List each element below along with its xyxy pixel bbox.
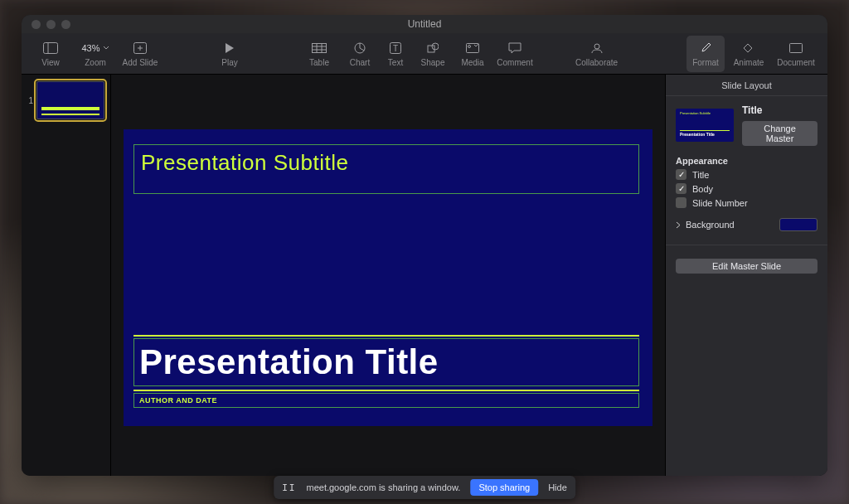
brush-icon — [700, 41, 711, 56]
svg-point-11 — [594, 44, 599, 49]
svg-point-10 — [468, 45, 471, 47]
title-text: Presentation Title — [139, 342, 439, 382]
chart-button[interactable]: Chart — [343, 36, 376, 72]
checkbox-icon — [676, 197, 686, 208]
slide[interactable]: Presentation Subtitle Presentation Title… — [124, 129, 653, 426]
screen-share-bar: II meet.google.com is sharing a window. … — [274, 476, 575, 499]
master-name: Title — [742, 104, 817, 116]
background-row[interactable]: Background — [676, 218, 817, 231]
svg-rect-3 — [313, 43, 327, 52]
background-color-swatch[interactable] — [779, 218, 817, 231]
slide-navigator: 1 — [22, 75, 111, 476]
divider-line — [133, 335, 639, 337]
format-inspector: Slide Layout Presentation Subtitle Prese… — [665, 75, 827, 476]
title-text-box[interactable]: Presentation Title — [133, 338, 639, 386]
divider-line — [133, 390, 639, 391]
pause-icon[interactable]: II — [282, 482, 296, 493]
shape-button[interactable]: Shape — [415, 36, 451, 72]
play-button[interactable]: Play — [209, 36, 250, 72]
text-icon: T — [390, 41, 401, 56]
share-message: meet.google.com is sharing a window. — [306, 482, 460, 492]
appearance-label: Appearance — [676, 156, 817, 166]
svg-rect-12 — [790, 43, 803, 52]
app-window: Untitled View 43% Zoom Add Slide — [22, 15, 827, 476]
body-checkbox-row[interactable]: Body — [676, 183, 817, 194]
toolbar: View 43% Zoom Add Slide Play — [22, 33, 827, 75]
shape-icon — [427, 41, 439, 56]
comment-icon — [508, 41, 522, 56]
text-button[interactable]: T Text — [380, 36, 411, 72]
format-tab[interactable]: Format — [686, 36, 725, 72]
svg-point-8 — [432, 43, 439, 50]
chart-icon — [354, 41, 366, 56]
document-tab[interactable]: Document — [773, 36, 819, 72]
hide-share-bar-button[interactable]: Hide — [548, 482, 567, 492]
document-icon — [789, 41, 803, 56]
slide-number: 1 — [27, 96, 33, 105]
collaborate-icon — [589, 41, 604, 56]
edit-master-slide-button[interactable]: Edit Master Slide — [676, 259, 817, 274]
slide-number-checkbox-row[interactable]: Slide Number — [676, 197, 817, 208]
change-master-button[interactable]: Change Master — [742, 121, 817, 146]
titlebar: Untitled — [22, 15, 827, 33]
media-icon — [466, 41, 479, 56]
checkbox-icon — [676, 169, 686, 180]
svg-rect-0 — [44, 42, 58, 53]
comment-button[interactable]: Comment — [494, 36, 536, 72]
plus-icon — [133, 41, 147, 56]
master-thumbnail: Presentation Subtitle Presentation Title — [676, 109, 734, 142]
play-icon — [225, 41, 235, 56]
table-button[interactable]: Table — [298, 36, 340, 72]
minimize-window-button[interactable] — [46, 20, 56, 29]
title-checkbox-row[interactable]: Title — [676, 169, 817, 180]
author-text-box[interactable]: AUTHOR AND DATE — [133, 393, 639, 408]
zoom-control[interactable]: 43% Zoom — [75, 36, 116, 72]
author-text: AUTHOR AND DATE — [139, 396, 217, 405]
chevron-right-icon — [676, 221, 682, 229]
slide-thumbnail-1[interactable] — [36, 81, 104, 119]
add-slide-button[interactable]: Add Slide — [119, 36, 161, 72]
table-icon — [312, 41, 327, 56]
subtitle-text-box[interactable]: Presentation Subtitle — [133, 144, 639, 194]
close-window-button[interactable] — [32, 20, 41, 29]
stop-sharing-button[interactable]: Stop sharing — [470, 479, 538, 496]
fullscreen-window-button[interactable] — [61, 20, 70, 29]
sidebar-icon — [43, 41, 58, 56]
inspector-header: Slide Layout — [666, 75, 827, 96]
chevron-down-icon — [103, 46, 109, 50]
subtitle-text: Presentation Subtitle — [141, 150, 632, 176]
window-controls — [32, 20, 70, 29]
view-button[interactable]: View — [30, 36, 71, 72]
zoom-value: 43% — [81, 41, 109, 56]
divider — [666, 245, 827, 245]
collaborate-button[interactable]: Collaborate — [575, 36, 618, 72]
animate-icon — [742, 41, 755, 56]
svg-text:T: T — [393, 44, 398, 53]
checkbox-icon — [676, 183, 686, 194]
slide-canvas-area[interactable]: Presentation Subtitle Presentation Title… — [111, 75, 665, 476]
document-title: Untitled — [22, 18, 827, 30]
media-button[interactable]: Media — [454, 36, 491, 72]
animate-tab[interactable]: Animate — [728, 36, 769, 72]
